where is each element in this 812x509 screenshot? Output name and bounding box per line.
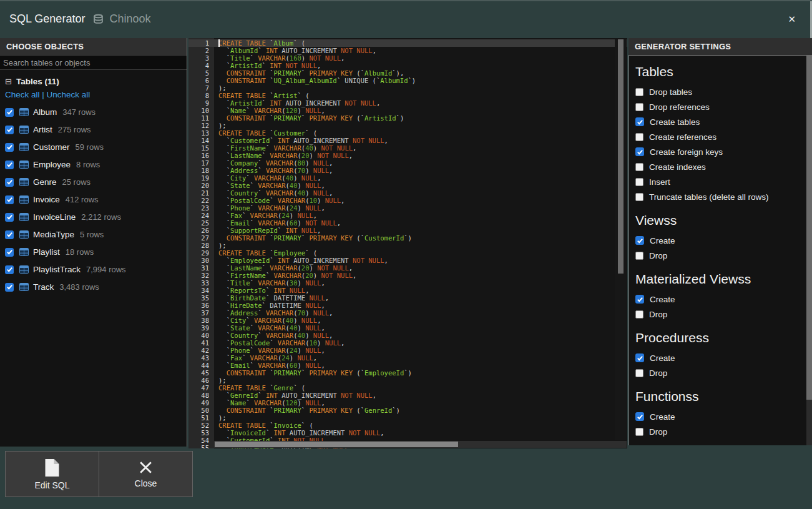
code-line: 34 `ReportsTo` INT NULL, <box>188 287 627 294</box>
code-line: 36 `HireDate` DATETIME NULL, <box>188 302 627 309</box>
checkbox-checked[interactable] <box>5 230 14 239</box>
settings-option[interactable]: Insert <box>635 174 812 189</box>
search-input[interactable] <box>0 55 187 70</box>
checkbox-checked[interactable] <box>635 353 644 362</box>
settings-option[interactable]: Create indexes <box>635 159 812 174</box>
horizontal-scrollbar-thumb[interactable] <box>215 442 458 447</box>
table-row[interactable]: Playlist18 rows <box>5 247 187 257</box>
table-row[interactable]: MediaType5 rows <box>5 230 187 239</box>
code-line: 50 CONSTRAINT `PRIMARY` PRIMARY KEY (`Ge… <box>188 407 627 414</box>
checkbox-checked[interactable] <box>635 236 644 245</box>
table-row[interactable]: Genre25 rows <box>5 177 187 187</box>
settings-option[interactable]: Create <box>635 292 812 307</box>
settings-option[interactable]: Drop <box>635 365 812 380</box>
settings-option[interactable]: Truncate tables (delete all rows) <box>635 189 812 204</box>
checkbox-unchecked[interactable] <box>635 133 643 141</box>
settings-option[interactable]: Drop <box>635 307 812 322</box>
checkbox-unchecked[interactable] <box>635 310 643 319</box>
checkbox-unchecked[interactable] <box>635 252 643 260</box>
table-row-count: 59 rows <box>76 142 104 152</box>
check-all-link[interactable]: Check all <box>5 90 40 99</box>
checkbox-unchecked[interactable] <box>635 178 643 186</box>
table-row[interactable]: Invoice412 rows <box>5 195 187 204</box>
settings-scrollbar[interactable] <box>806 55 812 445</box>
checkbox-checked[interactable] <box>635 412 644 421</box>
settings-option[interactable]: Drop tables <box>635 84 812 99</box>
checkbox-unchecked[interactable] <box>635 88 643 96</box>
checkbox-checked[interactable] <box>5 265 14 274</box>
checkbox-checked[interactable] <box>5 143 14 152</box>
line-number: 17 <box>188 159 214 167</box>
settings-option[interactable]: Drop references <box>635 99 812 114</box>
line-number: 42 <box>188 347 214 354</box>
close-icon[interactable]: ✕ <box>788 14 796 25</box>
checkbox-unchecked[interactable] <box>635 428 643 436</box>
uncheck-all-link[interactable]: Uncheck all <box>47 90 90 99</box>
settings-option[interactable]: Create tables <box>635 114 812 129</box>
settings-option-label: Create <box>650 412 675 422</box>
checkbox-checked[interactable] <box>5 195 14 204</box>
table-row[interactable]: Album347 rows <box>5 107 187 117</box>
checkbox-unchecked[interactable] <box>635 163 643 171</box>
code-line: 19 `City` VARCHAR(40) NULL, <box>188 174 627 182</box>
settings-option[interactable]: Drop <box>635 424 812 439</box>
line-content: `ArtistId` INT NOT NULL, <box>214 62 321 69</box>
line-content: `FirstName` VARCHAR(20) NOT NULL, <box>214 272 356 279</box>
table-row[interactable]: Employee8 rows <box>5 160 187 169</box>
line-number: 45 <box>188 369 214 377</box>
vertical-scrollbar-thumb[interactable] <box>618 39 624 274</box>
settings-scrollbar-thumb[interactable] <box>806 55 812 400</box>
line-content: `City` VARCHAR(40) NULL, <box>214 317 321 324</box>
table-row[interactable]: Track3,483 rows <box>5 282 187 292</box>
line-content: CREATE TABLE `Customer` ( <box>214 129 317 137</box>
checkbox-checked[interactable] <box>635 295 644 304</box>
checkbox-checked[interactable] <box>5 213 14 222</box>
collapse-icon[interactable]: ⊟ <box>5 77 12 86</box>
checkbox-unchecked[interactable] <box>635 193 643 201</box>
checkbox-unchecked[interactable] <box>635 103 643 111</box>
sql-editor[interactable]: 1CREATE TABLE `Album` (2 `AlbumId` INT A… <box>188 38 627 448</box>
checkbox-unchecked[interactable] <box>635 369 643 377</box>
editor-vertical-scrollbar[interactable] <box>615 39 627 440</box>
table-row[interactable]: Customer59 rows <box>5 142 187 152</box>
settings-option[interactable]: Drop <box>635 248 812 263</box>
checkbox-checked[interactable] <box>635 147 644 156</box>
code-line: 9 `ArtistId` INT AUTO_INCREMENT NOT NULL… <box>188 99 627 107</box>
table-row[interactable]: Artist275 rows <box>5 125 187 134</box>
line-content: `EmployeeId` INT AUTO_INCREMENT NOT NULL… <box>214 257 388 264</box>
line-number: 25 <box>188 219 214 227</box>
settings-option[interactable]: Create foreign keys <box>635 144 812 159</box>
code-line: 17 `Company` VARCHAR(80) NULL, <box>188 159 627 167</box>
line-number: 47 <box>188 384 214 392</box>
checkbox-checked[interactable] <box>5 283 14 292</box>
table-row-count: 347 rows <box>62 107 95 117</box>
line-content: CONSTRAINT `UQ_Album_AlbumId` UNIQUE (`A… <box>214 77 416 84</box>
line-number: 54 <box>188 437 214 444</box>
table-name: Playlist <box>33 247 60 257</box>
table-row[interactable]: PlaylistTrack7,994 rows <box>5 265 187 274</box>
file-icon <box>44 458 60 477</box>
checkbox-checked[interactable] <box>5 126 14 134</box>
close-button[interactable]: Close <box>99 451 193 497</box>
editor-horizontal-scrollbar[interactable] <box>214 441 627 448</box>
line-content: `Phone` VARCHAR(24) NULL, <box>214 204 325 212</box>
settings-option[interactable]: Create <box>635 350 812 365</box>
settings-option[interactable]: Create <box>635 233 812 248</box>
line-number: 38 <box>188 317 214 324</box>
checkbox-checked[interactable] <box>5 248 14 257</box>
checkbox-checked[interactable] <box>5 108 14 117</box>
tables-group-row[interactable]: ⊟ Tables (11) <box>5 77 187 86</box>
settings-option[interactable]: Create <box>635 409 812 424</box>
table-row-count: 2,212 rows <box>81 212 121 222</box>
table-row-count: 8 rows <box>76 160 100 169</box>
table-name: Album <box>33 107 57 117</box>
checkbox-checked[interactable] <box>635 117 644 126</box>
table-row[interactable]: InvoiceLine2,212 rows <box>5 212 187 222</box>
checkbox-checked[interactable] <box>5 178 14 187</box>
settings-option[interactable]: Create references <box>635 129 812 144</box>
table-name: MediaType <box>33 230 74 239</box>
code-line: 1CREATE TABLE `Album` ( <box>188 39 627 47</box>
code-line: 4 `ArtistId` INT NOT NULL, <box>188 62 627 69</box>
edit-sql-button[interactable]: Edit SQL <box>5 451 99 497</box>
checkbox-checked[interactable] <box>5 161 14 169</box>
